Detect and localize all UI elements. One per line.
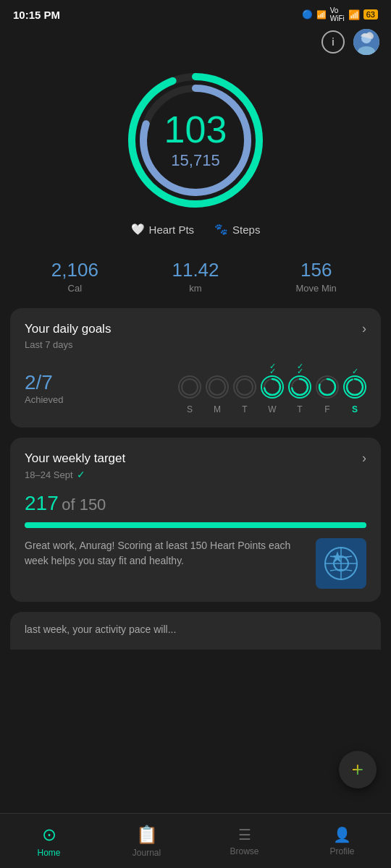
- weekly-achieved-value: 217: [25, 492, 59, 514]
- goals-content: 2/7 Achieved ✓ ✓: [25, 362, 366, 414]
- day-label-m: M: [206, 404, 229, 414]
- battery-icon: 63: [363, 9, 378, 20]
- steps-icon: 🐾: [214, 223, 228, 236]
- stat-km: 11.42 km: [135, 259, 256, 294]
- app-header: i: [0, 26, 391, 61]
- move-min-value: 156: [256, 259, 377, 281]
- fab-button[interactable]: +: [339, 751, 377, 788]
- avatar-image: [353, 29, 379, 55]
- journal-icon: 📋: [136, 825, 158, 845]
- daily-goals-chevron[interactable]: ›: [362, 321, 366, 336]
- cal-label: Cal: [14, 283, 135, 294]
- day-label-t1: T: [233, 404, 256, 414]
- weekly-bottom: Great work, Anurag! Scoring at least 150…: [25, 538, 366, 589]
- weekly-target-header: Your weekly target ›: [25, 451, 366, 466]
- nav-browse-label: Browse: [230, 846, 258, 856]
- day-label-w: W: [261, 404, 284, 414]
- km-label: km: [135, 283, 256, 294]
- weekly-date-range: 18–24 Sept ✓: [25, 469, 366, 480]
- daily-goals-title: Your daily goals: [25, 322, 111, 336]
- move-min-label: Move Min: [256, 283, 377, 294]
- weekly-description: Great work, Anurag! Scoring at least 150…: [25, 538, 316, 569]
- day-circle-s2: [343, 375, 366, 399]
- daily-goals-subtitle: Last 7 days: [25, 339, 366, 350]
- weekly-target-card: Your weekly target › 18–24 Sept ✓ 217 of…: [10, 438, 381, 602]
- nav-journal[interactable]: 📋 Journal: [98, 825, 196, 858]
- day-label-s2: S: [343, 404, 366, 414]
- day-label-t2: T: [288, 404, 311, 414]
- legend-heart-pts: 🤍 Heart Pts: [131, 223, 195, 236]
- nav-home-label: Home: [37, 848, 60, 858]
- achieved-fraction: 2/7: [25, 371, 63, 394]
- home-icon: ⊙: [42, 825, 56, 845]
- day-label-s1: S: [178, 404, 201, 414]
- status-time: 10:15 PM: [13, 9, 60, 21]
- legend-steps: 🐾 Steps: [214, 223, 260, 236]
- daily-goals-card: Your daily goals › Last 7 days 2/7 Achie…: [10, 308, 381, 427]
- ring-legend: 🤍 Heart Pts 🐾 Steps: [131, 223, 261, 236]
- avatar[interactable]: [353, 29, 379, 55]
- day-circle-f: [316, 375, 339, 399]
- wifi-icon: 📶: [348, 9, 360, 20]
- who-logo: [316, 538, 366, 589]
- day-circle-m: [206, 375, 229, 399]
- weekly-target-value: 150: [80, 495, 106, 514]
- daily-goals-header: Your daily goals ›: [25, 321, 366, 336]
- day-circle-w: [261, 375, 284, 399]
- km-value: 11.42: [135, 259, 256, 281]
- teaser-text: last week, your activity pace will...: [25, 624, 366, 635]
- nav-profile[interactable]: 👤 Profile: [293, 826, 391, 856]
- ring-center: 103 15,715: [164, 111, 227, 170]
- stats-row: 2,106 Cal 11.42 km 156 Move Min: [0, 247, 391, 308]
- nav-home[interactable]: ⊙ Home: [0, 825, 98, 858]
- svg-point-7: [182, 379, 198, 395]
- fab-plus-icon: +: [352, 758, 363, 781]
- cal-value: 2,106: [14, 259, 135, 281]
- ring-steps: 15,715: [164, 151, 227, 170]
- heart-icon: 🤍: [131, 223, 145, 236]
- vo-wifi-label: VoWiFi: [330, 7, 345, 22]
- day-circle-t2: [288, 375, 311, 399]
- info-button[interactable]: i: [321, 30, 345, 54]
- bottom-teaser: last week, your activity pace will...: [10, 612, 381, 650]
- weekly-progress-bg: [25, 522, 366, 528]
- profile-icon: 👤: [333, 826, 351, 843]
- svg-point-8: [209, 379, 225, 395]
- stat-cal: 2,106 Cal: [14, 259, 135, 294]
- bluetooth-icon: 🔵: [302, 9, 313, 20]
- browse-icon: ☰: [238, 826, 251, 843]
- status-icons: 🔵 📶 VoWiFi 📶 63: [302, 7, 378, 22]
- date-badge: 18–24 Sept ✓: [25, 469, 366, 480]
- achieved-label: Achieved: [25, 394, 63, 405]
- status-bar: 10:15 PM 🔵 📶 VoWiFi 📶 63: [0, 0, 391, 26]
- bottom-nav: ⊙ Home 📋 Journal ☰ Browse 👤 Profile: [0, 813, 391, 868]
- ring-section: 103 15,715 🤍 Heart Pts 🐾 Steps: [0, 61, 391, 247]
- stat-move-min: 156 Move Min: [256, 259, 377, 294]
- svg-point-17: [347, 379, 363, 395]
- svg-point-9: [237, 379, 253, 395]
- circles-row: [178, 375, 366, 399]
- days-circles: ✓ ✓: [178, 362, 366, 414]
- ring-heart-pts: 103: [164, 111, 227, 148]
- day-label-f: F: [316, 404, 339, 414]
- nav-browse[interactable]: ☰ Browse: [196, 826, 293, 856]
- weekly-target-title: Your weekly target: [25, 451, 125, 466]
- weekly-target-of: of: [62, 495, 79, 514]
- day-labels: S M T W T F S: [178, 404, 366, 414]
- weekly-progress-fill: [25, 522, 366, 528]
- achieved-text: 2/7 Achieved: [25, 371, 63, 405]
- date-check-icon: ✓: [77, 469, 85, 480]
- day-circle-t1: [233, 375, 256, 399]
- weekly-target-chevron[interactable]: ›: [362, 451, 366, 466]
- weekly-value: 217 of 150: [25, 492, 366, 515]
- nav-journal-label: Journal: [133, 848, 161, 858]
- signal-icon: 📶: [316, 10, 327, 20]
- nav-profile-label: Profile: [329, 846, 354, 856]
- day-circle-s1: [178, 375, 201, 399]
- who-logo-svg: [323, 545, 359, 582]
- ring-container: 103 15,715: [123, 68, 268, 213]
